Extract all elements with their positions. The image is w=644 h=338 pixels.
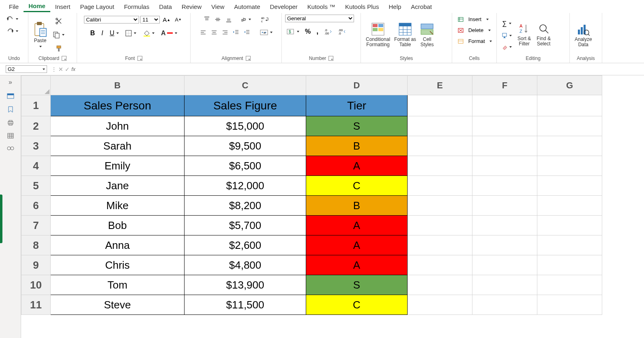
spreadsheet-grid[interactable]: BCDEFG1Sales PersonSales FigureTier2John… — [21, 75, 644, 338]
menu-tab-view[interactable]: View — [206, 2, 229, 12]
cell[interactable]: A — [306, 235, 408, 255]
cell[interactable] — [537, 196, 602, 216]
cell[interactable]: Bob — [51, 216, 185, 235]
clear-button[interactable] — [500, 43, 513, 51]
cell[interactable] — [408, 176, 472, 196]
panel-bookmark-icon[interactable] — [8, 106, 13, 113]
cell[interactable] — [408, 275, 472, 295]
cell[interactable] — [472, 255, 537, 275]
cell[interactable] — [537, 136, 602, 156]
cell[interactable]: A — [306, 156, 408, 176]
cell[interactable]: Emily — [51, 156, 185, 176]
row-header-10[interactable]: 10 — [21, 275, 51, 295]
cell[interactable]: C — [306, 295, 408, 315]
menu-tab-developer[interactable]: Developer — [265, 2, 302, 12]
comma-button[interactable]: , — [315, 26, 320, 37]
cell[interactable]: $6,500 — [185, 156, 306, 176]
menu-tab-automate[interactable]: Automate — [229, 2, 265, 12]
cell[interactable]: $11,500 — [185, 295, 306, 315]
menu-tab-page-layout[interactable]: Page Layout — [75, 2, 119, 12]
alignment-launcher[interactable] — [246, 56, 251, 61]
cell[interactable]: Jane — [51, 176, 185, 196]
cell[interactable]: $4,800 — [185, 255, 306, 275]
align-right-button[interactable] — [220, 28, 230, 37]
row-header-3[interactable]: 3 — [21, 136, 51, 156]
row-header-5[interactable]: 5 — [21, 176, 51, 196]
cell[interactable] — [537, 235, 602, 255]
sort-filter-button[interactable]: AZSort & Filter — [516, 22, 532, 47]
cell[interactable] — [537, 176, 602, 196]
cell[interactable]: S — [306, 275, 408, 295]
cell[interactable]: S — [306, 116, 408, 136]
menu-tab-home[interactable]: Home — [24, 1, 50, 12]
cell[interactable]: Chris — [51, 255, 185, 275]
cell[interactable]: Anna — [51, 235, 185, 255]
percent-button[interactable]: % — [303, 26, 312, 37]
name-box[interactable]: G2 — [6, 65, 47, 73]
cell[interactable]: $13,900 — [185, 275, 306, 295]
cell[interactable]: Steve — [51, 295, 185, 315]
cell[interactable] — [408, 216, 472, 235]
col-header-D[interactable]: D — [306, 76, 408, 95]
cell[interactable] — [472, 235, 537, 255]
align-bottom-button[interactable] — [224, 15, 234, 24]
enter-icon[interactable]: ✓ — [65, 66, 70, 73]
cell[interactable] — [408, 95, 472, 116]
wrap-text-button[interactable]: abc — [259, 15, 270, 24]
formula-input[interactable] — [78, 65, 644, 73]
menu-tab-kutools-[interactable]: Kutools ™ — [303, 2, 340, 12]
redo-button[interactable] — [5, 27, 20, 36]
cell-styles-button[interactable]: Cell Styles — [419, 21, 436, 48]
cell[interactable] — [537, 116, 602, 136]
insert-cells-button[interactable]: Insert — [455, 15, 490, 24]
copy-button[interactable] — [51, 30, 66, 40]
row-header-1[interactable]: 1 — [21, 95, 51, 116]
col-header-E[interactable]: E — [408, 76, 472, 95]
range-select-icon[interactable]: ⋮ — [51, 66, 57, 73]
decrease-indent-button[interactable] — [231, 28, 241, 37]
menu-tab-help[interactable]: Help — [384, 2, 406, 12]
undo-button[interactable] — [5, 15, 20, 24]
find-select-button[interactable]: Find & Select — [535, 22, 552, 47]
row-header-8[interactable]: 8 — [21, 235, 51, 255]
cell[interactable]: A — [306, 216, 408, 235]
underline-button[interactable]: U — [108, 28, 120, 39]
cell[interactable]: B — [306, 136, 408, 156]
col-header-C[interactable]: C — [185, 76, 306, 95]
cell[interactable] — [472, 176, 537, 196]
merge-center-button[interactable]: a — [258, 28, 274, 37]
cell[interactable] — [472, 275, 537, 295]
cell[interactable]: C — [306, 176, 408, 196]
paste-button[interactable]: Paste — [32, 20, 49, 49]
cell[interactable] — [537, 156, 602, 176]
delete-cells-button[interactable]: Delete — [455, 26, 492, 35]
menu-tab-file[interactable]: File — [4, 2, 24, 12]
fx-icon[interactable]: fx — [71, 66, 75, 72]
cell[interactable]: John — [51, 116, 185, 136]
font-size-select[interactable]: 11 — [140, 16, 160, 24]
row-header-4[interactable]: 4 — [21, 156, 51, 176]
col-header-G[interactable]: G — [537, 76, 602, 95]
cancel-icon[interactable]: ✕ — [58, 66, 63, 73]
align-center-button[interactable] — [209, 28, 219, 37]
cell[interactable]: $2,600 — [185, 235, 306, 255]
cell[interactable]: B — [306, 196, 408, 216]
menu-tab-insert[interactable]: Insert — [50, 2, 75, 12]
cell[interactable]: $9,500 — [185, 136, 306, 156]
font-name-select[interactable]: Calibri — [84, 16, 139, 24]
clipboard-launcher[interactable] — [62, 56, 67, 61]
cell[interactable] — [472, 136, 537, 156]
col-header-B[interactable]: B — [51, 76, 185, 95]
cell[interactable] — [537, 255, 602, 275]
italic-button[interactable]: I — [100, 28, 105, 39]
menu-tab-data[interactable]: Data — [154, 2, 177, 12]
font-color-button[interactable]: A — [159, 28, 179, 39]
number-launcher[interactable] — [328, 56, 333, 61]
conditional-formatting-button[interactable]: Conditional Formatting — [364, 21, 392, 48]
cell[interactable] — [472, 156, 537, 176]
increase-decimal-button[interactable]: .0.00 — [322, 27, 334, 36]
menu-tab-review[interactable]: Review — [177, 2, 206, 12]
cell[interactable] — [408, 235, 472, 255]
cell[interactable]: $15,000 — [185, 116, 306, 136]
cell[interactable] — [537, 216, 602, 235]
